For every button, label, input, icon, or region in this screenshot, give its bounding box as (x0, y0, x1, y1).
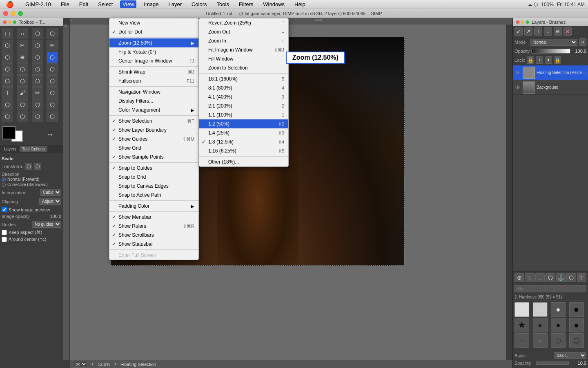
menu-zoom[interactable]: Zoom (12.50%) ▶ (109, 38, 198, 47)
brush-10[interactable]: ≡ (533, 333, 548, 348)
brush-5[interactable]: ★ (514, 318, 529, 332)
menu-show-layer-boundary[interactable]: ✓ Show Layer Boundary (109, 126, 198, 135)
lock-all-btn[interactable]: 🔒 (554, 56, 561, 64)
menu-snap-to-grid[interactable]: Snap to Grid (109, 173, 198, 182)
menu-show-menubar[interactable]: ✓ Show Menubar (109, 213, 198, 222)
minimize-button[interactable] (11, 11, 16, 16)
toolbox-max[interactable] (13, 20, 16, 24)
layers-ctrl-4[interactable]: ↓ (544, 27, 552, 36)
menu-display-filters[interactable]: Display Filters... (109, 96, 198, 105)
layer-item-floating[interactable]: 👁 Floating Selection (Pasted Layer) (513, 65, 588, 80)
tool-pencil[interactable]: ✏ (32, 87, 43, 99)
brush-9[interactable]: ✦✦ (514, 333, 529, 348)
guides-select[interactable]: No guides (32, 221, 61, 228)
tool-scissors[interactable]: ✂ (17, 40, 28, 51)
zoom-out[interactable]: Zoom Out – (199, 27, 288, 36)
menu-enter-fullscreen[interactable]: Enter Full Screen (109, 251, 198, 260)
zoom-100[interactable]: 1:1 (100%) 1 (199, 110, 288, 119)
tool-bucket-fill[interactable]: ⬡ (32, 111, 43, 122)
menu-padding-color[interactable]: Padding Color ▶ (109, 202, 198, 211)
menubar-help[interactable]: Help (292, 0, 308, 8)
tool-ink[interactable]: ⬡ (2, 99, 13, 110)
radio-normal[interactable] (2, 177, 6, 182)
layers-ctrl-2[interactable]: ↗ (524, 27, 532, 36)
brush-7[interactable]: ● (551, 318, 566, 332)
layers-ctrl-6[interactable]: ✕ (564, 27, 572, 36)
zoom-50[interactable]: 1:2 (50%) ⇧2 (199, 119, 288, 128)
layer-eye-floating[interactable]: 👁 (514, 70, 521, 76)
layer-delete-btn[interactable]: 🗑 (577, 273, 586, 282)
tool-airbrush[interactable]: ⬡ (47, 87, 58, 99)
zoom-1600[interactable]: 16:1 (1600%) 5 (199, 74, 288, 83)
around-center-checkbox[interactable] (2, 237, 7, 242)
tool-crop[interactable]: ⬡ (32, 63, 43, 75)
close-button[interactable] (3, 11, 8, 16)
tool-rotate[interactable]: ⬡ (47, 63, 58, 75)
lock-pixels-btn[interactable]: 🔓 (527, 56, 534, 64)
zoom-fill-window[interactable]: Fill Window (199, 54, 288, 63)
menu-color-management[interactable]: Color Management ▶ (109, 105, 198, 114)
layers-ctrl-5[interactable]: ⊕ (554, 27, 562, 36)
menu-dot-for-dot[interactable]: ✓ Dot for Dot (109, 27, 198, 36)
mode-select[interactable]: Normal (530, 39, 577, 46)
brush-3[interactable]: ● (551, 302, 566, 317)
menu-snap-to-canvas[interactable]: Snap to Canvas Edges (109, 182, 198, 191)
layers-ctrl-3[interactable]: ↑ (534, 27, 542, 36)
zoom-400[interactable]: 4:1 (400%) 3 (199, 92, 288, 101)
zoom-other[interactable]: Other (18%)... (199, 157, 288, 166)
brushes-filter-input[interactable] (514, 285, 586, 292)
menubar-view[interactable]: View (120, 0, 136, 8)
zoom-200[interactable]: 2:1 (200%) 2 (199, 101, 288, 110)
toolbox-close[interactable] (3, 20, 7, 24)
tool-perspective[interactable]: ⬡ (32, 75, 43, 87)
zoom-revert[interactable]: Revert Zoom (25%) ` (199, 18, 288, 27)
layer-raise-btn[interactable]: ↑ (525, 273, 534, 282)
toolbox-min[interactable] (8, 20, 11, 24)
tool-move[interactable]: ⬡ (17, 63, 28, 75)
menu-show-scrollbars[interactable]: ✓ Show Scrollbars (109, 231, 198, 240)
brush-basic-select[interactable]: Basic, (554, 352, 586, 359)
menu-show-guides[interactable]: ✓ Show Guides ⇧⌘M (109, 135, 198, 144)
menubar-edit[interactable]: Edit (77, 0, 91, 8)
transform-icon-2[interactable]: ⬡ (34, 163, 41, 170)
right-min-button[interactable] (521, 20, 524, 24)
layer-lower-btn[interactable]: ↓ (535, 273, 545, 282)
menubar-layer[interactable]: Layer (166, 0, 184, 8)
lock-alpha-btn[interactable]: ✦ (545, 56, 552, 64)
zoom-to-selection[interactable]: Zoom to Selection (199, 63, 288, 72)
mode-reset-btn[interactable]: ↺ (579, 38, 586, 46)
tool-color-picker[interactable]: ⬡ (2, 52, 13, 63)
menubar-gimp[interactable]: GIMP-2.10 (23, 0, 53, 8)
tool-perspective-clone[interactable]: ⬡ (47, 99, 58, 110)
right-close-button[interactable] (516, 20, 519, 24)
tool-text[interactable]: T (2, 87, 13, 99)
apple-menu[interactable]: 🍎 (3, 0, 16, 9)
brush-4[interactable]: ● (569, 302, 584, 317)
tool-clone[interactable]: ⬡ (17, 99, 28, 110)
menu-flip-rotate[interactable]: Flip & Rotate (0°) (109, 47, 198, 56)
menubar-select[interactable]: Select (96, 0, 115, 8)
layer-anchor-btn[interactable]: ⚓ (556, 273, 566, 282)
menu-fullscreen[interactable]: Fullscreen F11 (109, 76, 198, 85)
tab-layers[interactable]: Layers (2, 146, 19, 152)
brush-spacing-slider[interactable] (536, 361, 569, 365)
tool-fuzzy-select[interactable]: ⬡ (47, 28, 58, 39)
tool-select-ellipse[interactable]: ○ (17, 28, 28, 39)
tool-select-rect[interactable]: ⬚ (2, 28, 13, 39)
menu-center-image[interactable]: Center Image in Window ⇧J (109, 56, 198, 65)
menu-show-rulers[interactable]: ✓ Show Rulers ⇧⌘R (109, 222, 198, 231)
zoom-in[interactable]: Zoom In + (199, 36, 288, 45)
swap-colors-icon[interactable]: ↔ (47, 130, 54, 139)
layers-ctrl-1[interactable]: ↙ (514, 27, 523, 36)
foreground-color[interactable] (2, 126, 16, 139)
menubar-image[interactable]: Image (141, 0, 161, 8)
tool-transform[interactable]: ⬡ (47, 52, 58, 63)
brush-1[interactable]: ● (514, 302, 529, 317)
brush-2[interactable]: — (533, 302, 548, 317)
tool-free-select[interactable]: ⬡ (32, 28, 43, 39)
zoom-dropdown-icon[interactable]: ▼ (114, 362, 117, 366)
opacity-slider[interactable] (531, 49, 570, 54)
menu-show-statusbar[interactable]: ✓ Show Statusbar (109, 240, 198, 249)
clipping-select[interactable]: Adjust (39, 198, 61, 205)
tool-foreground-select[interactable]: ⬡ (32, 40, 43, 51)
